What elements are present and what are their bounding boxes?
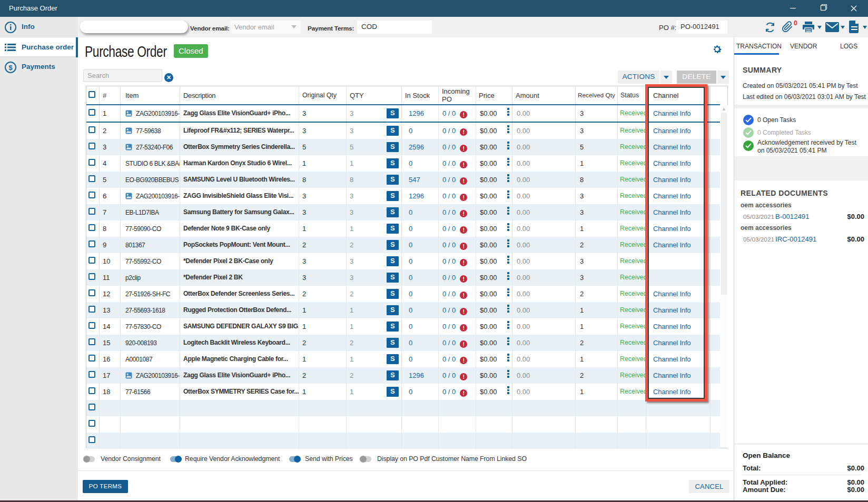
svg-text:$: $ [8, 64, 13, 72]
